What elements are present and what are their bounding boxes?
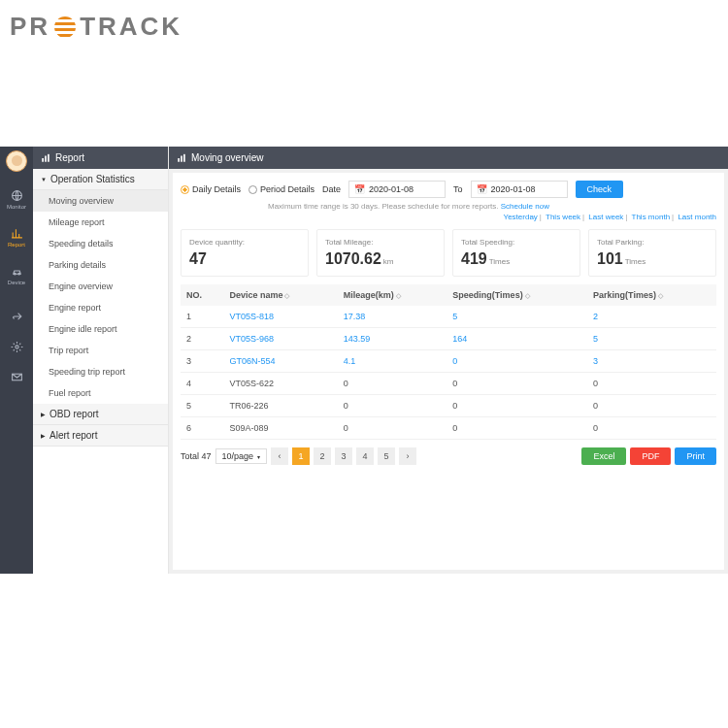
check-button[interactable]: Check: [576, 181, 624, 198]
quick-yesterday[interactable]: Yesterday: [504, 213, 538, 221]
nav-mail[interactable]: [11, 367, 23, 387]
col-parking[interactable]: Parking(Times)◇: [587, 284, 716, 306]
radio-period[interactable]: Period Details: [248, 184, 314, 194]
nav-device[interactable]: Device: [0, 261, 33, 289]
bars-icon: [177, 153, 186, 163]
item-fuel[interactable]: Fuel report: [33, 382, 168, 404]
svg-rect-9: [181, 155, 182, 161]
card-mileage: Total Mileage:1070.62km: [316, 229, 445, 277]
sidebar: Report ▼Operation Statistics Moving over…: [33, 147, 169, 574]
col-no[interactable]: NO.: [181, 284, 223, 306]
data-table: NO. Device name◇ Mileage(km)◇ Speeding(T…: [181, 284, 716, 440]
pager-3[interactable]: 3: [335, 447, 352, 465]
pager-total: Total 47: [181, 451, 212, 461]
item-engine-report[interactable]: Engine report: [33, 297, 168, 318]
table-row: 1VT05S-81817.3852: [181, 306, 716, 328]
group-obd[interactable]: ▶OBD report: [33, 404, 168, 425]
item-moving-overview[interactable]: Moving overview: [33, 190, 168, 212]
mail-icon: [11, 371, 23, 383]
excel-button[interactable]: Excel: [581, 447, 626, 465]
pagination: Total 47 10/page ▾ ‹ 1 2 3 4 5 ›: [181, 447, 416, 465]
quick-last-week[interactable]: Last week: [588, 213, 623, 221]
sidebar-title: Report: [33, 147, 168, 169]
device-link: TR06-226: [223, 395, 337, 417]
gear-icon: [11, 341, 23, 353]
date-to[interactable]: 📅2020-01-08: [471, 181, 568, 198]
globe-icon: [11, 189, 23, 202]
device-link: S09A-089: [223, 417, 337, 440]
panel-title: Moving overview: [169, 147, 728, 169]
nav-monitor[interactable]: Monitor: [0, 185, 33, 214]
pager-5[interactable]: 5: [378, 447, 395, 465]
item-mileage[interactable]: Mileage report: [33, 212, 168, 233]
device-link: VT05S-622: [223, 373, 337, 395]
quick-this-week[interactable]: This week: [546, 213, 580, 221]
item-trip[interactable]: Trip report: [33, 340, 168, 361]
table-row: 2VT05S-968143.591645: [181, 328, 716, 350]
device-link[interactable]: VT05S-818: [223, 306, 337, 328]
bars-icon: [41, 153, 50, 163]
hint-text: Maximum time range is 30 days. Please sc…: [268, 202, 716, 211]
col-name[interactable]: Device name◇: [223, 284, 337, 306]
card-speeding: Total Speeding:419Times: [452, 229, 580, 277]
quick-last-month[interactable]: Last month: [678, 213, 716, 221]
table-row: 3GT06N-5544.103: [181, 350, 716, 373]
pdf-button[interactable]: PDF: [630, 447, 671, 465]
pager-1[interactable]: 1: [292, 447, 310, 465]
export-buttons: Excel PDF Print: [581, 447, 716, 465]
table-row: 6S09A-089000: [181, 417, 716, 440]
share-icon: [11, 311, 23, 323]
nav-report[interactable]: Report: [0, 223, 33, 251]
item-parking[interactable]: Parking details: [33, 254, 168, 276]
svg-rect-6: [45, 155, 47, 161]
nav-label: Monitor: [7, 204, 26, 210]
table-row: 5TR06-226000: [181, 395, 716, 417]
schedule-link[interactable]: Schedule now: [501, 202, 549, 211]
nav-share[interactable]: [11, 307, 23, 327]
filter-bar: Daily Details Period Details Date 📅2020-…: [181, 181, 716, 198]
card-device-qty: Device quantity:47: [181, 229, 309, 277]
radio-daily[interactable]: Daily Details: [181, 184, 241, 194]
item-engine-overview[interactable]: Engine overview: [33, 276, 168, 297]
device-link[interactable]: GT06N-554: [223, 350, 337, 373]
table-row: 4VT05S-622000: [181, 373, 716, 395]
pager-2[interactable]: 2: [314, 447, 331, 465]
svg-rect-7: [48, 153, 50, 161]
nav-rail: Monitor Report Device: [0, 147, 33, 574]
col-speeding[interactable]: Speeding(Times)◇: [447, 284, 587, 306]
quick-this-month[interactable]: This month: [632, 213, 671, 221]
nav-label: Device: [8, 280, 25, 285]
device-link[interactable]: VT05S-968: [223, 328, 337, 350]
page-size-select[interactable]: 10/page ▾: [215, 448, 268, 464]
pager-4[interactable]: 4: [356, 447, 374, 465]
main-panel: Moving overview Daily Details Period Det…: [169, 147, 728, 574]
svg-rect-10: [183, 153, 185, 161]
avatar[interactable]: [6, 150, 27, 172]
item-speeding[interactable]: Speeding details: [33, 233, 168, 254]
col-mileage[interactable]: Mileage(km)◇: [338, 284, 447, 306]
nav-settings[interactable]: [11, 337, 23, 357]
calendar-icon: 📅: [354, 184, 365, 194]
logo-icon: [54, 17, 76, 38]
pager-next[interactable]: ›: [399, 447, 416, 465]
car-icon: [11, 265, 23, 278]
item-engine-idle[interactable]: Engine idle report: [33, 318, 168, 340]
quick-links: Yesterday| This week| Last week| This mo…: [181, 213, 716, 221]
date-from[interactable]: 📅2020-01-08: [348, 181, 446, 198]
chart-icon: [11, 227, 23, 240]
card-parking: Total Parking:101Times: [588, 229, 716, 277]
svg-rect-8: [178, 158, 180, 162]
calendar-icon: 📅: [477, 184, 487, 194]
print-button[interactable]: Print: [675, 447, 716, 465]
group-alert[interactable]: ▶Alert report: [33, 425, 168, 447]
group-operation[interactable]: ▼Operation Statistics: [33, 169, 168, 190]
date-label: Date: [322, 184, 341, 194]
pager-prev[interactable]: ‹: [271, 447, 288, 465]
brand-logo: PRTRACK: [0, 0, 728, 50]
svg-point-3: [15, 346, 17, 348]
summary-cards: Device quantity:47 Total Mileage:1070.62…: [181, 229, 716, 277]
svg-rect-5: [42, 158, 44, 162]
nav-label: Report: [8, 242, 25, 248]
item-speeding-trip[interactable]: Speeding trip report: [33, 361, 168, 382]
to-label: To: [453, 184, 463, 194]
